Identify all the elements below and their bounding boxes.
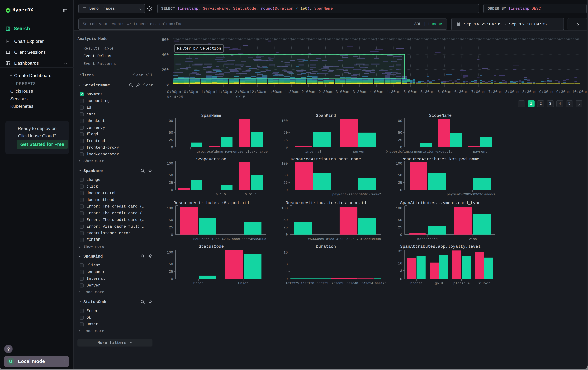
svg-text:ResourceAttributes.k8s.pod.nam: ResourceAttributes.k8s.pod.name (401, 157, 479, 162)
svg-text:0: 0 (286, 188, 288, 192)
svg-text:25: 25 (398, 226, 402, 230)
svg-text:25: 25 (398, 138, 402, 142)
svg-text:8: 8 (400, 269, 402, 273)
svg-text:ResourceAttribu..ice.instance.: ResourceAttribu..ice.instance.id (286, 200, 366, 205)
svg-text:100: 100 (281, 119, 288, 123)
svg-text:100: 100 (167, 251, 173, 255)
svg-text:0: 0 (286, 277, 288, 281)
svg-text:visa: visa (469, 237, 477, 241)
svg-text:0: 0 (400, 146, 402, 150)
svg-text:platinum: platinum (453, 281, 470, 285)
svg-text:ResourceAttributes.host.name: ResourceAttributes.host.name (291, 157, 361, 162)
svg-text:4: 4 (286, 270, 288, 274)
svg-text:0: 0 (171, 146, 173, 150)
svg-text:0: 0 (286, 233, 288, 237)
svg-text:16: 16 (398, 261, 402, 266)
svg-text:807648: 807648 (346, 281, 358, 285)
svg-text:100: 100 (281, 162, 288, 166)
svg-text:ScopeVersion: ScopeVersion (196, 157, 226, 162)
svg-text:Duration: Duration (316, 244, 336, 249)
svg-text:0: 0 (171, 188, 173, 192)
svg-text:payment: payment (473, 150, 487, 154)
svg-text:Internal: Internal (305, 150, 322, 154)
svg-text:mastercard: mastercard (417, 237, 438, 241)
svg-text:100: 100 (281, 206, 288, 210)
svg-text:50: 50 (284, 173, 288, 178)
svg-text:0: 0 (286, 146, 288, 150)
svg-text:Unset: Unset (238, 281, 248, 285)
svg-text:StatusCode: StatusCode (199, 244, 224, 249)
svg-text:0: 0 (400, 233, 402, 237)
svg-text:payment-7985c8969c-mwmw7: payment-7985c8969c-mwmw7 (447, 192, 495, 196)
svg-text:0: 0 (171, 233, 173, 237)
svg-text:0: 0 (171, 277, 173, 281)
svg-text:100: 100 (396, 162, 402, 166)
svg-text:100: 100 (396, 119, 402, 123)
svg-text:SpanAttributes...yment.card_ty: SpanAttributes...yment.card_type (400, 200, 481, 205)
svg-text:gold: gold (435, 281, 443, 285)
svg-text:0: 0 (400, 277, 402, 281)
svg-text:ResourceAttributes.k8s.pod.uid: ResourceAttributes.k8s.pod.uid (174, 200, 249, 205)
svg-text:payment-7985c8969c-mwmw7: payment-7985c8969c-mwmw7 (332, 192, 381, 196)
svg-text:8: 8 (286, 262, 288, 266)
svg-text:0.1.0: 0.1.0 (216, 192, 226, 196)
svg-text:100: 100 (167, 162, 173, 166)
svg-text:32: 32 (398, 249, 402, 253)
svg-text:25: 25 (284, 138, 288, 142)
svg-text:@hyperdx/instrumentation-excep: @hyperdx/instrumentation-exception (386, 150, 454, 154)
svg-text:50: 50 (169, 218, 173, 222)
svg-text:1405128: 1405128 (301, 281, 314, 285)
svg-text:25: 25 (169, 226, 173, 230)
svg-text:100: 100 (167, 206, 173, 210)
svg-text:5e02b5fb-13ae-4296-bbbc-111f42: 5e02b5fb-13ae-4296-bbbc-111f423c460d (193, 237, 266, 241)
svg-text:SpanName: SpanName (201, 113, 221, 118)
svg-text:SpanAttributes.app.loyalty.lev: SpanAttributes.app.loyalty.level (400, 244, 481, 249)
svg-text:25: 25 (169, 181, 173, 185)
svg-text:25: 25 (169, 270, 173, 274)
svg-text:25: 25 (169, 138, 173, 142)
svg-text:100: 100 (396, 206, 402, 210)
svg-text:50: 50 (284, 218, 288, 222)
svg-text:16: 16 (284, 251, 288, 255)
svg-text:Error: Error (193, 281, 203, 285)
svg-text:50: 50 (398, 173, 402, 178)
svg-text:0.51.1: 0.51.1 (245, 192, 257, 196)
svg-text:50: 50 (284, 131, 288, 135)
svg-text:SpanKind: SpanKind (316, 113, 336, 118)
svg-text:50: 50 (169, 131, 173, 135)
svg-text:50: 50 (169, 173, 173, 178)
svg-text:bronze: bronze (410, 281, 422, 285)
svg-text:583275: 583275 (316, 281, 328, 285)
svg-text:759085: 759085 (332, 281, 343, 285)
svg-text:50: 50 (398, 218, 402, 222)
svg-text:0: 0 (400, 188, 402, 192)
svg-text:silver: silver (478, 281, 490, 285)
svg-text:50: 50 (398, 131, 402, 135)
svg-text:Server: Server (353, 150, 365, 154)
svg-text:f5344ec9-a1ea-4290-a62a-78f5be: f5344ec9-a1ea-4290-a62a-78f5bee8d90b (308, 237, 381, 241)
svg-text:50: 50 (169, 262, 173, 266)
svg-text:25: 25 (398, 181, 402, 185)
svg-text:842654: 842654 (361, 281, 373, 285)
svg-text:999176: 999176 (375, 281, 386, 285)
svg-text:100: 100 (167, 119, 173, 123)
svg-text:ScopeName: ScopeName (429, 113, 452, 118)
svg-text:25: 25 (284, 181, 288, 185)
svg-text:grpc.oteldemo.PaymentService/C: grpc.oteldemo.PaymentService/Charge (197, 150, 268, 154)
svg-text:1019375: 1019375 (285, 281, 299, 285)
svg-text:25: 25 (284, 226, 288, 230)
